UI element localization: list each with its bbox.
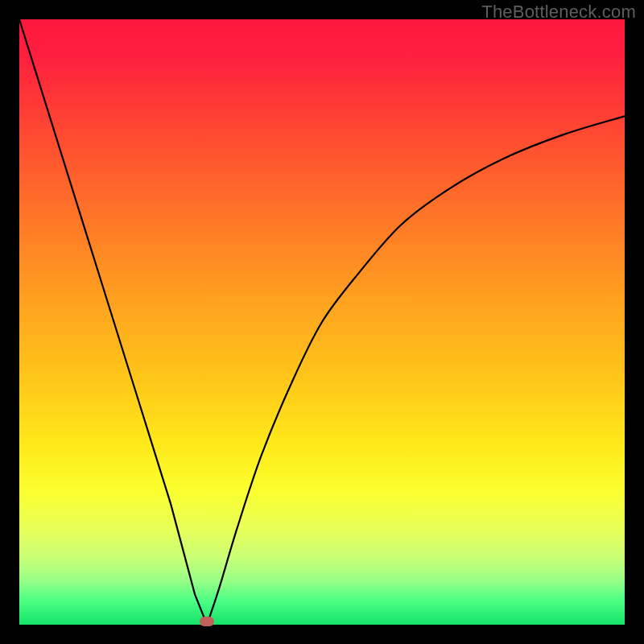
watermark-text: TheBottleneck.com (481, 2, 636, 23)
left-branch-path (19, 19, 207, 625)
minimum-marker (200, 617, 214, 626)
curve-svg (19, 19, 625, 625)
chart-frame: TheBottleneck.com (0, 0, 644, 644)
right-branch-path (207, 116, 625, 625)
plot-area (19, 19, 625, 625)
